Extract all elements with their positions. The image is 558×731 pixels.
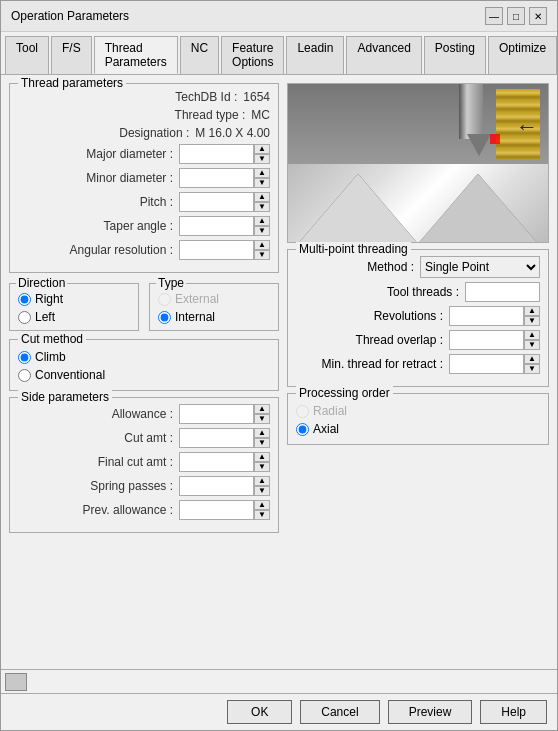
taper-input[interactable]: 0.00deg (179, 216, 254, 236)
tab-feature-options[interactable]: Feature Options (221, 36, 284, 74)
final-cut-input[interactable]: 0mm (179, 452, 254, 472)
method-select[interactable]: Single Point Multi Point (420, 256, 540, 278)
revolutions-down[interactable]: ▼ (524, 316, 540, 326)
cut-climb-radio[interactable] (18, 351, 31, 364)
allowance-up[interactable]: ▲ (254, 404, 270, 414)
method-label: Method : (367, 260, 414, 274)
minimize-button[interactable]: — (485, 7, 503, 25)
angular-row: Angular resolution : 1.00deg ▲ ▼ (18, 240, 270, 260)
direction-right-row: Right (18, 292, 130, 306)
final-cut-up[interactable]: ▲ (254, 452, 270, 462)
angular-label: Angular resolution : (70, 243, 173, 257)
major-diam-input[interactable]: 16mm (179, 144, 254, 164)
type-internal-radio[interactable] (158, 311, 171, 324)
pitch-input[interactable]: 1mm (179, 192, 254, 212)
tool-threads-input[interactable]: 40 (465, 282, 540, 302)
maximize-button[interactable]: □ (507, 7, 525, 25)
ok-button[interactable]: OK (227, 700, 292, 724)
allowance-input[interactable]: 0mm (179, 404, 254, 424)
method-row: Method : Single Point Multi Point (296, 256, 540, 278)
direction-left-radio[interactable] (18, 311, 31, 324)
spring-passes-spinners: ▲ ▼ (254, 476, 270, 496)
cut-conventional-row: Conventional (18, 368, 270, 382)
final-cut-down[interactable]: ▼ (254, 462, 270, 472)
minor-diam-label: Minor diameter : (86, 171, 173, 185)
red-highlight (490, 134, 500, 144)
revolutions-input[interactable]: 18 (449, 306, 524, 326)
thread-type-label: Thread type : (175, 108, 246, 122)
spring-passes-up[interactable]: ▲ (254, 476, 270, 486)
spring-passes-input[interactable]: 0 (179, 476, 254, 496)
thread-overlap-input[interactable]: 0 (449, 330, 524, 350)
tab-fs[interactable]: F/S (51, 36, 92, 74)
status-icon (5, 673, 27, 691)
cut-amt-down[interactable]: ▼ (254, 438, 270, 448)
taper-down[interactable]: ▼ (254, 226, 270, 236)
tab-nc[interactable]: NC (180, 36, 219, 74)
diagram-top: ← (288, 84, 548, 164)
tab-thread-parameters[interactable]: Thread Parameters (94, 36, 178, 74)
direction-left-row: Left (18, 310, 130, 324)
thread-overlap-up[interactable]: ▲ (524, 330, 540, 340)
tab-leadin[interactable]: Leadin (286, 36, 344, 74)
tool-threads-label: Tool threads : (387, 285, 459, 299)
help-button[interactable]: Help (480, 700, 547, 724)
prev-allowance-down[interactable]: ▼ (254, 510, 270, 520)
direction-right-radio[interactable] (18, 293, 31, 306)
prev-allowance-up[interactable]: ▲ (254, 500, 270, 510)
minor-diam-down[interactable]: ▼ (254, 178, 270, 188)
direction-type-row: Direction Right Left Type External (9, 283, 279, 331)
tool-shaft-visual (459, 84, 483, 139)
preview-button[interactable]: Preview (388, 700, 473, 724)
cancel-button[interactable]: Cancel (300, 700, 379, 724)
taper-up[interactable]: ▲ (254, 216, 270, 226)
angular-input[interactable]: 1.00deg (179, 240, 254, 260)
major-diam-down[interactable]: ▼ (254, 154, 270, 164)
left-panel: Thread parameters TechDB Id : 1654 Threa… (9, 83, 279, 661)
direction-right-label: Right (35, 292, 63, 306)
spring-passes-label: Spring passes : (90, 479, 173, 493)
type-external-radio[interactable] (158, 293, 171, 306)
cut-conventional-radio[interactable] (18, 369, 31, 382)
cut-amt-up[interactable]: ▲ (254, 428, 270, 438)
direction-group: Direction Right Left (9, 283, 139, 331)
prev-allowance-spinners: ▲ ▼ (254, 500, 270, 520)
allowance-down[interactable]: ▼ (254, 414, 270, 424)
min-thread-input[interactable]: 0 (449, 354, 524, 374)
prev-allowance-input[interactable]: 0mm (179, 500, 254, 520)
minor-diam-up[interactable]: ▲ (254, 168, 270, 178)
major-diam-input-group: 16mm ▲ ▼ (179, 144, 270, 164)
close-button[interactable]: ✕ (529, 7, 547, 25)
tab-posting[interactable]: Posting (424, 36, 486, 74)
angular-down[interactable]: ▼ (254, 250, 270, 260)
thread-overlap-down[interactable]: ▼ (524, 340, 540, 350)
min-thread-up[interactable]: ▲ (524, 354, 540, 364)
tab-optimize[interactable]: Optimize (488, 36, 557, 74)
taper-label: Taper angle : (104, 219, 173, 233)
major-diam-up[interactable]: ▲ (254, 144, 270, 154)
pitch-up[interactable]: ▲ (254, 192, 270, 202)
thread-parameters-group: Thread parameters TechDB Id : 1654 Threa… (9, 83, 279, 273)
designation-value: M 16.0 X 4.00 (195, 126, 270, 140)
minor-diam-input[interactable]: 12mm (179, 168, 254, 188)
thread-params-title: Thread parameters (18, 76, 126, 90)
min-thread-down[interactable]: ▼ (524, 364, 540, 374)
side-params-title: Side parameters (18, 390, 112, 404)
revolutions-up[interactable]: ▲ (524, 306, 540, 316)
pitch-down[interactable]: ▼ (254, 202, 270, 212)
cut-amt-input[interactable]: 0mm (179, 428, 254, 448)
svg-marker-1 (298, 174, 418, 243)
axial-label: Axial (313, 422, 339, 436)
taper-input-group: 0.00deg ▲ ▼ (179, 216, 270, 236)
cut-amt-label: Cut amt : (124, 431, 173, 445)
spring-passes-down[interactable]: ▼ (254, 486, 270, 496)
axial-radio[interactable] (296, 423, 309, 436)
direction-title: Direction (16, 276, 67, 290)
tab-tool[interactable]: Tool (5, 36, 49, 74)
tab-advanced[interactable]: Advanced (346, 36, 421, 74)
window-title: Operation Parameters (11, 9, 129, 23)
angular-up[interactable]: ▲ (254, 240, 270, 250)
radial-radio[interactable] (296, 405, 309, 418)
pitch-input-group: 1mm ▲ ▼ (179, 192, 270, 212)
thread-type-row: Thread type : MC (18, 108, 270, 122)
